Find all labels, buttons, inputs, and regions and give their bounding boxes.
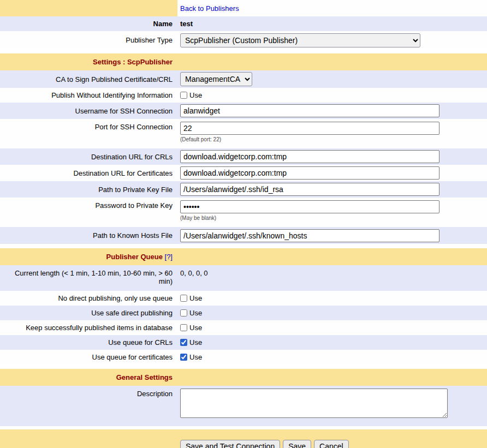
ssh-username-label: Username for SSH Connection — [0, 103, 177, 119]
ssh-port-label: Port for SSH Connection — [0, 119, 177, 148]
use-label: Use — [189, 338, 202, 347]
settings-section-header: Settings : ScpPublisher — [0, 53, 487, 70]
queue-length-value: 0, 0, 0, 0 — [177, 265, 487, 291]
queue-section-header: Publisher Queue [?] — [0, 248, 487, 265]
known-hosts-label: Path to Known Hosts File — [0, 227, 177, 244]
queue-length-row: Current length (< 1 min, 1-10 min, 10-60… — [0, 265, 487, 291]
crl-url-input[interactable] — [180, 150, 440, 163]
anonymous-row: Publish Without Identifying Information … — [0, 88, 487, 103]
queue-section-title: Publisher Queue — [106, 253, 163, 261]
ssh-port-input[interactable] — [180, 122, 440, 135]
save-and-test-button[interactable]: Save and Test Connection — [180, 440, 280, 448]
private-key-path-row: Path to Private Key File — [0, 181, 487, 198]
use-label: Use — [189, 309, 202, 317]
button-bar: Save and Test Connection Save Cancel — [180, 440, 487, 448]
footer-section: Save and Test Connection Save Cancel — [0, 429, 487, 448]
safe-direct-publishing-checkbox[interactable] — [180, 309, 187, 316]
section-gap — [0, 244, 487, 248]
queue-certificates-use[interactable]: Use — [180, 353, 202, 361]
section-gap — [0, 365, 487, 369]
use-label: Use — [189, 294, 202, 302]
description-row: Description — [0, 386, 487, 426]
ssh-username-input[interactable] — [180, 104, 440, 117]
no-direct-publishing-checkbox[interactable] — [180, 295, 187, 302]
anonymous-checkbox[interactable] — [180, 92, 187, 99]
name-row: Name test — [0, 16, 487, 31]
ssh-port-row: Port for SSH Connection (Default port: 2… — [0, 119, 487, 148]
queue-option-row: Use queue for CRLs Use — [0, 335, 487, 350]
keep-published-items-checkbox[interactable] — [180, 324, 187, 331]
no-direct-publishing-label: No direct publishing, only use queue — [0, 291, 177, 306]
publisher-edit-page: Back to Publishers Name test Publisher T… — [0, 0, 487, 448]
description-label: Description — [0, 386, 177, 426]
safe-direct-publishing-use[interactable]: Use — [180, 309, 202, 317]
known-hosts-row: Path to Known Hosts File — [0, 227, 487, 244]
keep-published-items-use[interactable]: Use — [180, 324, 202, 332]
header-row: Back to Publishers — [0, 0, 487, 16]
known-hosts-input[interactable] — [180, 229, 440, 242]
cert-url-row: Destination URL for Certificates — [0, 165, 487, 181]
section-gap — [0, 49, 487, 53]
no-direct-publishing-use[interactable]: Use — [180, 294, 202, 302]
save-button[interactable]: Save — [283, 440, 311, 448]
anonymous-use-label[interactable]: Use — [180, 91, 202, 99]
queue-section-header-cell: Publisher Queue [?] — [0, 248, 177, 265]
ssh-username-row: Username for SSH Connection — [0, 103, 487, 119]
description-textarea[interactable] — [180, 389, 448, 418]
anonymous-label: Publish Without Identifying Information — [0, 88, 177, 103]
header-right-cell: Back to Publishers — [177, 0, 487, 16]
cert-url-input[interactable] — [180, 166, 440, 180]
queue-crls-checkbox[interactable] — [180, 339, 187, 346]
keep-published-items-label: Keep successfully published items in dat… — [0, 320, 177, 335]
cert-url-label: Destination URL for Certificates — [0, 165, 177, 181]
private-key-password-row: Password to Private Key (May be blank) — [0, 198, 487, 227]
cancel-button[interactable]: Cancel — [314, 440, 349, 448]
crl-url-row: Destination URL for CRLs — [0, 148, 487, 165]
publisher-type-select[interactable]: ScpPublisher (Custom Publisher) — [180, 33, 420, 47]
private-key-password-input[interactable] — [180, 200, 440, 213]
publisher-type-label: Publisher Type — [0, 31, 177, 49]
use-label: Use — [189, 353, 202, 361]
queue-option-row: Keep successfully published items in dat… — [0, 320, 487, 335]
back-to-publishers-link[interactable]: Back to Publishers — [180, 4, 239, 13]
general-section-header: General Settings — [0, 369, 487, 386]
private-key-password-label: Password to Private Key — [0, 198, 177, 227]
private-key-path-label: Path to Private Key File — [0, 181, 177, 198]
ca-sign-select[interactable]: ManagementCA — [180, 72, 252, 86]
general-section-title: General Settings — [0, 369, 177, 386]
name-value: test — [177, 16, 487, 31]
queue-crls-use[interactable]: Use — [180, 338, 202, 347]
safe-direct-publishing-label: Use safe direct publishing — [0, 306, 177, 320]
ssh-port-hint: (Default port: 22) — [180, 136, 221, 142]
ca-sign-label: CA to Sign Published Certificate/CRL — [0, 70, 177, 88]
use-label: Use — [189, 324, 202, 332]
queue-section-header-spacer — [177, 248, 487, 265]
queue-length-label: Current length (< 1 min, 1-10 min, 10-60… — [0, 265, 177, 291]
settings-section-title: Settings : ScpPublisher — [0, 53, 177, 70]
publisher-type-row: Publisher Type ScpPublisher (Custom Publ… — [0, 31, 487, 49]
queue-help-link[interactable]: [?] — [165, 253, 173, 261]
queue-crls-label: Use queue for CRLs — [0, 335, 177, 350]
name-label: Name — [0, 16, 177, 31]
queue-certificates-checkbox[interactable] — [180, 354, 187, 361]
private-key-path-input[interactable] — [180, 183, 440, 196]
queue-option-row: Use safe direct publishing Use — [0, 306, 487, 320]
header-left-spacer — [0, 0, 177, 16]
settings-section-header-spacer — [177, 53, 487, 70]
queue-option-row: Use queue for certificates Use — [0, 350, 487, 365]
use-label: Use — [189, 91, 202, 99]
private-key-password-hint: (May be blank) — [180, 215, 216, 221]
crl-url-label: Destination URL for CRLs — [0, 148, 177, 165]
queue-option-row: No direct publishing, only use queue Use — [0, 291, 487, 306]
ca-sign-row: CA to Sign Published Certificate/CRL Man… — [0, 70, 487, 88]
general-section-header-spacer — [177, 369, 487, 386]
queue-certificates-label: Use queue for certificates — [0, 350, 177, 365]
